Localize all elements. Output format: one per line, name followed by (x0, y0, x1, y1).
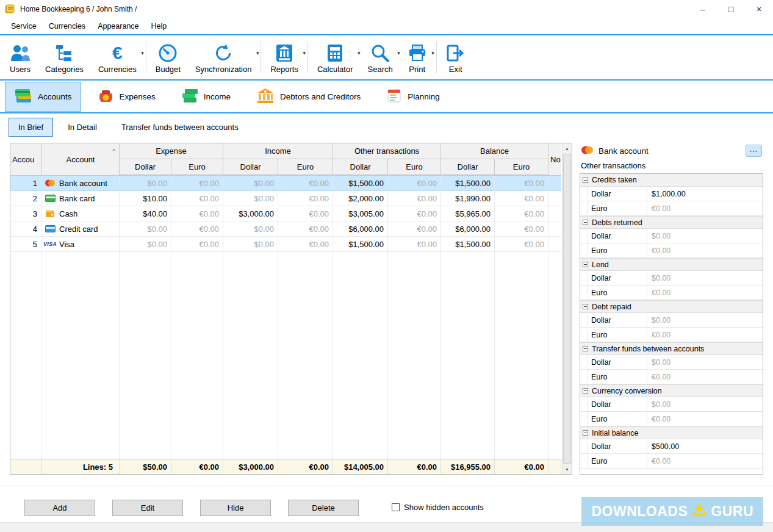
table-row[interactable]: 4Credit card$0.00€0.00$0.00€0.00$6,000.0… (10, 221, 561, 237)
collapse-minus-icon[interactable] (583, 346, 588, 351)
collapse-minus-icon[interactable] (583, 388, 588, 394)
column-header-euro[interactable]: Euro (388, 159, 441, 175)
amount-cell: $2,000.00 (333, 191, 388, 206)
note-cell (548, 206, 561, 221)
transaction-group-header[interactable]: Initial balance (580, 426, 763, 439)
euro-icon: € (112, 43, 123, 63)
detail-indent (580, 313, 588, 327)
show-hidden-checkbox[interactable]: Show hidden accounts (392, 503, 484, 512)
detail-currency-label: Euro (588, 370, 647, 384)
download-icon (692, 503, 706, 520)
transaction-group-label: Initial balance (592, 429, 638, 437)
collapse-minus-icon[interactable] (583, 304, 588, 309)
column-group-expense[interactable]: Expense (120, 143, 223, 159)
table-row[interactable]: 1Bank account$0.00€0.00$0.00€0.00$1,500.… (10, 176, 561, 191)
detail-row: Dollar$0.00 (580, 229, 763, 243)
dropdown-caret-icon[interactable]: ▾ (303, 50, 306, 56)
column-header-euro[interactable]: Euro (171, 159, 223, 175)
minimize-button[interactable]: – (689, 0, 717, 18)
delete-button[interactable]: Delete (288, 500, 359, 516)
tab-planning[interactable]: Planning (377, 82, 449, 112)
detail-row: Euro€0.00 (580, 286, 763, 300)
column-header-dollar[interactable]: Dollar (120, 159, 171, 175)
collapse-minus-icon[interactable] (583, 430, 588, 436)
collapse-minus-icon[interactable] (583, 178, 588, 183)
toolbar-reports[interactable]: Reports ▾ (263, 35, 306, 79)
column-header-account[interactable]: Account ^ (42, 143, 120, 175)
transaction-group-header[interactable]: Lend (580, 258, 763, 271)
column-header-dollar[interactable]: Dollar (333, 159, 388, 175)
tab-in-detail[interactable]: In Detail (58, 118, 107, 137)
maximize-button[interactable]: □ (717, 0, 745, 18)
menu-currencies[interactable]: Currencies (43, 22, 92, 31)
vertical-scrollbar[interactable]: ▲ ▼ (562, 143, 572, 474)
column-header-number[interactable]: Accou (10, 143, 42, 175)
dropdown-caret-icon[interactable]: ▾ (256, 50, 259, 56)
column-group-balance[interactable]: Balance (441, 143, 548, 159)
toolbar-currencies[interactable]: € Currencies ▾ (91, 35, 144, 79)
detail-indent (580, 187, 588, 201)
scrollbar-thumb[interactable] (563, 154, 571, 464)
table-row[interactable]: 5VISAVisa$0.00€0.00$0.00€0.00$1,500.00€0… (10, 237, 561, 252)
collapse-minus-icon[interactable] (583, 262, 588, 267)
transaction-group-header[interactable]: Debt repaid (580, 300, 763, 313)
tab-expenses[interactable]: Expenses (88, 82, 165, 112)
dropdown-caret-icon[interactable]: ▾ (431, 50, 434, 56)
column-header-note[interactable]: No (548, 143, 561, 175)
detail-amount: €0.00 (647, 370, 763, 384)
search-icon (370, 43, 390, 63)
amount-cell: $1,990.00 (441, 191, 495, 206)
column-header-euro[interactable]: Euro (495, 159, 548, 175)
checkbox-box-icon[interactable] (392, 503, 400, 511)
toolbar-exit[interactable]: Exit (439, 35, 473, 79)
toolbar-budget[interactable]: Budget (148, 35, 188, 79)
toolbar-label: Currencies (98, 65, 137, 74)
transaction-group-header[interactable]: Transfer funds between accounts (580, 342, 763, 355)
column-group-income[interactable]: Income (223, 143, 333, 159)
tab-income[interactable]: Income (172, 82, 240, 112)
menu-help[interactable]: Help (145, 22, 173, 31)
table-totals-row: Lines: 5$50.00€0.00$3,000.00€0.00$14,005… (10, 459, 561, 474)
transaction-group-header[interactable]: Credits taken (580, 174, 763, 187)
column-header-dollar[interactable]: Dollar (441, 159, 495, 175)
account-name-cell: VISAVisa (42, 237, 120, 252)
toolbar-search[interactable]: Search ▾ (361, 35, 400, 79)
menu-appearance[interactable]: Appearance (92, 22, 145, 31)
hide-button[interactable]: Hide (200, 500, 271, 516)
toolbar-synchronization[interactable]: Synchronization ▾ (188, 35, 259, 79)
note-cell (548, 237, 561, 252)
scroll-up-icon[interactable]: ▲ (563, 143, 572, 153)
tab-in-brief[interactable]: In Brief (9, 118, 53, 137)
column-header-dollar[interactable]: Dollar (223, 159, 278, 175)
edit-button[interactable]: Edit (112, 500, 183, 516)
tab-transfer-funds[interactable]: Transfer funds between accounts (112, 118, 248, 137)
scroll-down-icon[interactable]: ▼ (563, 464, 572, 474)
toolbar-calculator[interactable]: Calculator ▾ (310, 35, 361, 79)
collapse-minus-icon[interactable] (583, 220, 588, 225)
tab-debtors-creditors[interactable]: Debtors and Creditors (247, 82, 370, 112)
menu-service[interactable]: Service (5, 22, 43, 31)
add-button[interactable]: Add (24, 500, 95, 516)
detail-row: Euro€0.00 (580, 243, 763, 258)
close-button[interactable]: × (745, 0, 773, 18)
column-group-other-transactions[interactable]: Other transactions (333, 143, 441, 159)
totals-amount-cell: $16,955.00 (441, 459, 495, 474)
exit-icon (446, 43, 466, 63)
table-row[interactable]: 2Bank card$10.00€0.00$0.00€0.00$2,000.00… (10, 191, 561, 206)
detail-indent (580, 412, 588, 426)
amount-cell: €0.00 (388, 221, 441, 237)
tab-accounts[interactable]: Accounts (5, 82, 81, 112)
toolbar-users[interactable]: Users (2, 35, 38, 79)
table-row[interactable]: 3Cash$40.00€0.00$3,000.00€0.00$3,005.00€… (10, 206, 561, 221)
more-options-button[interactable]: ... (746, 145, 762, 157)
toolbar-print[interactable]: Print ▾ (400, 35, 434, 79)
transaction-group-header[interactable]: Debts returned (580, 216, 763, 229)
window-controls: – □ × (689, 0, 773, 18)
transaction-group-header[interactable]: Currency conversion (580, 384, 763, 397)
dropdown-caret-icon[interactable]: ▾ (141, 50, 144, 56)
amount-cell: $1,500.00 (441, 176, 495, 191)
column-header-euro[interactable]: Euro (278, 159, 333, 175)
detail-amount: €0.00 (647, 328, 763, 342)
detail-currency-label: Euro (588, 243, 647, 257)
toolbar-categories[interactable]: Categories (38, 35, 91, 79)
